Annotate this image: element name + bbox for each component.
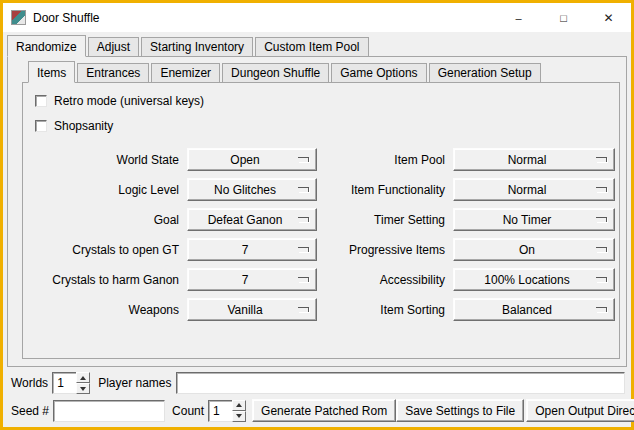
randomize-tab-panel: Items Entrances Enemizer Dungeon Shuffle… xyxy=(7,56,627,367)
checkbox-shopsanity[interactable]: Shopsanity xyxy=(35,116,619,136)
arrow-down-icon xyxy=(80,387,86,391)
seed-input[interactable] xyxy=(53,400,165,422)
dropdown-accessibility[interactable]: 100% Locations xyxy=(453,268,615,291)
dropdown-crystals-harm-ganon[interactable]: 7 xyxy=(187,268,317,291)
dropdown-indicator-icon xyxy=(298,247,309,252)
dropdown-indicator-icon xyxy=(596,277,607,282)
checkbox-label: Retro mode (universal keys) xyxy=(54,94,204,108)
label-item-sorting: Item Sorting xyxy=(325,303,445,317)
outer-tab-bar: Randomize Adjust Starting Inventory Cust… xyxy=(3,35,631,56)
count-input[interactable] xyxy=(208,400,232,422)
dropdown-indicator-icon xyxy=(596,157,607,162)
player-names-label: Player names xyxy=(98,376,171,390)
label-goal: Goal xyxy=(31,213,179,227)
tab-enemizer[interactable]: Enemizer xyxy=(151,63,220,82)
tab-generation-setup[interactable]: Generation Setup xyxy=(429,63,541,82)
dropdown-indicator-icon xyxy=(298,157,309,162)
dropdown-indicator-icon xyxy=(596,307,607,312)
spin-up-button[interactable] xyxy=(232,400,246,411)
dropdown-progressive-items[interactable]: On xyxy=(453,238,615,261)
tab-game-options[interactable]: Game Options xyxy=(331,63,426,82)
tab-entrances[interactable]: Entrances xyxy=(77,63,149,82)
label-weapons: Weapons xyxy=(31,303,179,317)
checkbox-box xyxy=(35,120,47,132)
seed-row: Seed # Count Generate Patched Rom Save S… xyxy=(7,399,627,422)
tab-adjust[interactable]: Adjust xyxy=(88,37,139,56)
worlds-spinbox xyxy=(52,372,90,394)
dropdown-weapons[interactable]: Vanilla xyxy=(187,298,317,321)
worlds-row: Worlds Player names xyxy=(7,372,627,394)
dropdown-indicator-icon xyxy=(596,217,607,222)
titlebar: Door Shuffle – □ ✕ xyxy=(3,3,631,32)
checkbox-retro-mode[interactable]: Retro mode (universal keys) xyxy=(35,91,619,111)
label-crystals-harm-ganon: Crystals to harm Ganon xyxy=(31,273,179,287)
checkbox-box xyxy=(35,95,47,107)
dropdown-logic-level[interactable]: No Glitches xyxy=(187,178,317,201)
app-icon[interactable] xyxy=(11,10,26,25)
count-spinbox xyxy=(208,400,246,422)
dropdown-goal[interactable]: Defeat Ganon xyxy=(187,208,317,231)
dropdown-world-state[interactable]: Open xyxy=(187,148,317,171)
spin-up-button[interactable] xyxy=(76,372,90,383)
dropdown-indicator-icon xyxy=(298,277,309,282)
save-settings-button[interactable]: Save Settings to File xyxy=(396,399,524,422)
minimize-button[interactable]: – xyxy=(496,3,541,32)
tab-custom-item-pool[interactable]: Custom Item Pool xyxy=(255,37,368,56)
worlds-spin-arrows xyxy=(76,372,90,394)
open-output-directory-button[interactable]: Open Output Directory xyxy=(526,399,634,422)
dropdown-crystals-open-gt[interactable]: 7 xyxy=(187,238,317,261)
dropdown-indicator-icon xyxy=(596,247,607,252)
label-crystals-open-gt: Crystals to open GT xyxy=(31,243,179,257)
spin-down-button[interactable] xyxy=(232,411,246,422)
dropdown-item-sorting[interactable]: Balanced xyxy=(453,298,615,321)
tab-randomize[interactable]: Randomize xyxy=(7,35,86,57)
dropdown-indicator-icon xyxy=(596,187,607,192)
seed-label: Seed # xyxy=(11,404,49,418)
tab-dungeon-shuffle[interactable]: Dungeon Shuffle xyxy=(222,63,329,82)
arrow-up-icon xyxy=(80,376,86,380)
label-world-state: World State xyxy=(31,153,179,167)
label-item-pool: Item Pool xyxy=(325,153,445,167)
spin-down-button[interactable] xyxy=(76,383,90,394)
dropdown-item-pool[interactable]: Normal xyxy=(453,148,615,171)
bottom-controls: Worlds Player names Seed # Count xyxy=(7,372,627,422)
arrow-up-icon xyxy=(236,403,242,407)
window-controls: – □ ✕ xyxy=(496,3,631,32)
inner-tab-bar: Items Entrances Enemizer Dungeon Shuffle… xyxy=(8,61,626,82)
tab-starting-inventory[interactable]: Starting Inventory xyxy=(141,37,253,56)
tab-items[interactable]: Items xyxy=(28,61,75,83)
window-title: Door Shuffle xyxy=(33,11,100,25)
count-spin-arrows xyxy=(232,400,246,422)
dropdown-timer-setting[interactable]: No Timer xyxy=(453,208,615,231)
door-shuffle-window: Door Shuffle – □ ✕ Randomize Adjust Star… xyxy=(0,0,634,430)
maximize-button[interactable]: □ xyxy=(541,3,586,32)
count-label: Count xyxy=(172,404,204,418)
label-logic-level: Logic Level xyxy=(31,183,179,197)
label-accessibility: Accessibility xyxy=(325,273,445,287)
dropdown-item-functionality[interactable]: Normal xyxy=(453,178,615,201)
arrow-down-icon xyxy=(236,414,242,418)
dropdown-indicator-icon xyxy=(298,307,309,312)
worlds-input[interactable] xyxy=(52,372,76,394)
player-names-input[interactable] xyxy=(176,372,626,394)
dropdown-indicator-icon xyxy=(298,187,309,192)
client-area: Randomize Adjust Starting Inventory Cust… xyxy=(3,32,631,427)
label-item-functionality: Item Functionality xyxy=(325,183,445,197)
items-tab-panel: Retro mode (universal keys) Shopsanity W… xyxy=(22,82,620,359)
options-grid: World State Open Item Pool Normal Logic … xyxy=(31,148,619,321)
close-button[interactable]: ✕ xyxy=(586,3,631,32)
dropdown-indicator-icon xyxy=(298,217,309,222)
label-timer-setting: Timer Setting xyxy=(325,213,445,227)
worlds-label: Worlds xyxy=(11,376,48,390)
label-progressive-items: Progressive Items xyxy=(325,243,445,257)
checkbox-label: Shopsanity xyxy=(54,119,113,133)
generate-patched-rom-button[interactable]: Generate Patched Rom xyxy=(252,399,396,422)
